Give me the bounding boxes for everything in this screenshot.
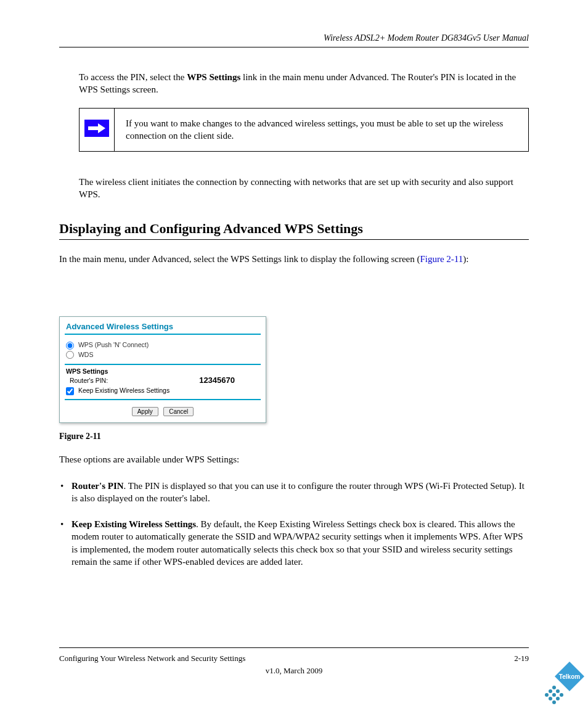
svg-point-4 (549, 689, 552, 693)
bullet-icon: • (60, 518, 63, 530)
router-pin-row: Router's PIN: 12345670 (60, 375, 266, 385)
wps-settings-label: WPS Settings (60, 365, 266, 375)
footer-version: v1.0, March 2009 (0, 666, 588, 676)
radio-wps[interactable] (66, 342, 74, 350)
radio-wps-text: WPS (Push 'N' Connect) (78, 341, 149, 348)
svg-point-9 (549, 697, 552, 700)
figure-caption: Figure 2-11 (59, 432, 101, 441)
apply-button[interactable]: Apply (132, 407, 158, 416)
bullet-icon: • (60, 480, 63, 492)
note-icon-cell (80, 109, 115, 152)
bullet-routers-pin: • Router's PIN. The PIN is displayed so … (71, 480, 529, 505)
paragraph-pin-access: To access the PIN, select the WPS Settin… (79, 71, 529, 96)
section-heading: Displaying and Configuring Advanced WPS … (59, 221, 363, 237)
mode-radio-group: WPS (Push 'N' Connect) WDS (60, 335, 266, 364)
svg-point-10 (556, 697, 560, 700)
note-box: If you want to make changes to the advan… (79, 108, 529, 152)
telkom-logo: Telkom (540, 658, 588, 706)
router-settings-panel: Advanced Wireless Settings WPS (Push 'N'… (59, 316, 266, 423)
bullet-keep-settings: • Keep Existing Wireless Settings. By de… (71, 518, 529, 568)
paragraph-instructions: In the main menu, under Advanced, select… (59, 253, 529, 265)
radio-wds[interactable] (66, 351, 74, 359)
text: In the main menu, under Advanced, select… (59, 254, 417, 264)
note-text: If you want to make changes to the advan… (115, 109, 529, 152)
paragraph-options-intro: These options are available under WPS Se… (59, 453, 529, 466)
svg-point-7 (552, 693, 556, 697)
footer-rule (59, 647, 529, 648)
keep-settings-label[interactable]: Keep Existing Wireless Settings (66, 387, 169, 394)
svg-point-5 (556, 689, 560, 693)
svg-point-8 (560, 693, 563, 697)
keep-settings-text: Keep Existing Wireless Settings (78, 387, 169, 394)
cancel-button[interactable]: Cancel (163, 407, 194, 416)
figure-link[interactable]: Figure 2-11 (420, 254, 463, 264)
text: To access the PIN, select the (79, 72, 187, 82)
radio-wps-label[interactable]: WPS (Push 'N' Connect) (66, 341, 259, 350)
bullet-strong: Router's PIN (71, 481, 124, 491)
svg-point-3 (552, 686, 556, 689)
svg-point-11 (552, 700, 556, 704)
pin-label: Router's PIN: (66, 377, 108, 384)
svg-point-6 (545, 693, 549, 697)
panel-title: Advanced Wireless Settings (60, 317, 266, 334)
section-rule (59, 239, 529, 240)
radio-wds-text: WDS (78, 351, 94, 358)
arrow-right-icon (84, 120, 109, 137)
paragraph-client-initiates: The wireless client initiates the connec… (79, 176, 529, 201)
header-rule (59, 47, 529, 47)
wps-settings-strong: WPS Settings (187, 72, 240, 82)
radio-wds-label[interactable]: WDS (66, 351, 259, 359)
bullet-text: . The PIN is displayed so that you can u… (71, 481, 525, 503)
footer-chapter: Configuring Your Wireless Network and Se… (59, 654, 245, 663)
footer-page-number: 2-19 (514, 654, 529, 663)
keep-settings-checkbox[interactable] (66, 387, 74, 395)
logo-text: Telkom (559, 673, 580, 680)
text: ): (463, 254, 468, 264)
pin-value: 12345670 (199, 376, 235, 385)
bullet-strong: Keep Existing Wireless Settings (71, 519, 196, 529)
keep-settings-row: Keep Existing Wireless Settings (60, 385, 266, 399)
button-row: Apply Cancel (60, 400, 266, 422)
running-header: Wireless ADSL2+ Modem Router DG834Gv5 Us… (324, 33, 529, 43)
